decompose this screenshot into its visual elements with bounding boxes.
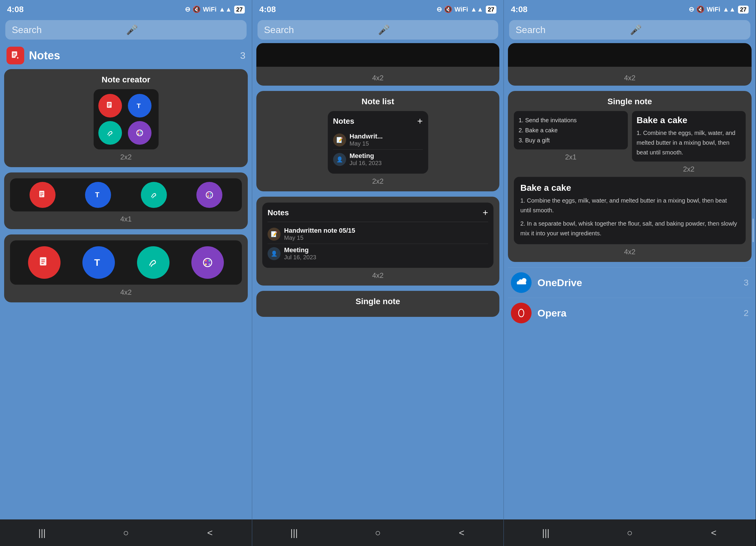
bake-title-lg: Bake a cake — [520, 183, 739, 193]
notes-widget-4x2[interactable]: Notes + 📝 Handwritten note 05/15 May 15 … — [262, 203, 493, 268]
phone-panel-3: 4:08 ⊖ 🔇 WiFi ▲▲ 27 Search 🎤 4x2 Single … — [504, 0, 756, 546]
nav-menu-3[interactable]: ||| — [534, 525, 558, 540]
todo-item-2: 2. Bake a cake — [519, 125, 623, 135]
svg-text:T: T — [95, 191, 100, 199]
bake-card-4x2[interactable]: Bake a cake 1. Combine the eggs, milk, w… — [514, 177, 746, 244]
svg-point-22 — [206, 192, 213, 198]
note-date-2: Jul 16, 2023 — [350, 160, 382, 167]
search-label-1: Search — [12, 25, 126, 35]
label-2x2-bake: 2x2 — [683, 165, 695, 173]
time-3: 4:08 — [511, 5, 527, 14]
nc-palette-icon[interactable] — [128, 121, 151, 145]
svg-rect-28 — [41, 260, 45, 260]
notes-widget-header: Notes + — [333, 116, 423, 127]
panel2-scroll: 4x2 Note list Notes + 📝 Handwrit... May … — [252, 43, 504, 519]
notes-widget-title: Notes — [333, 117, 354, 126]
app-row-opera[interactable]: Opera 2 — [508, 298, 752, 328]
note-date-1: May 15 — [350, 140, 383, 147]
nav-home-3[interactable]: ○ — [618, 525, 641, 540]
search-bar-1[interactable]: Search 🎤 — [5, 20, 247, 40]
notes-title: Notes — [29, 49, 240, 62]
mic-icon-1[interactable]: 🎤 — [126, 24, 240, 35]
nc-text-icon[interactable]: T — [128, 94, 151, 118]
nc-hw-icon-4x2[interactable] — [137, 246, 170, 279]
note-title-lg-1: Handwritten note 05/15 — [284, 227, 355, 234]
nav-back-2[interactable]: < — [450, 525, 473, 540]
single-note-2x2[interactable]: Bake a cake 1. Combine the eggs, milk, w… — [632, 111, 746, 162]
nav-home-2[interactable]: ○ — [366, 525, 390, 540]
widget-note-creator-4x1: T 4x1 — [4, 172, 248, 229]
single-note-2x1[interactable]: 1. Send the invitations 2. Bake a cake 3… — [514, 111, 628, 149]
notes-add-btn-4x2[interactable]: + — [483, 207, 488, 218]
do-not-disturb-icon-3: ⊖ — [689, 6, 694, 13]
svg-point-12 — [137, 130, 143, 136]
nc-notes-icon-4x2[interactable] — [28, 246, 61, 279]
nav-menu-2[interactable]: ||| — [282, 525, 306, 540]
widget-note-list-2x2: Note list Notes + 📝 Handwrit... May 15 👤 — [256, 91, 499, 191]
svg-point-25 — [207, 195, 209, 197]
svg-point-16 — [140, 133, 141, 135]
top-dark-widget-2: 4x2 — [256, 43, 499, 86]
search-label-3: Search — [516, 25, 630, 35]
bottom-nav-1: ||| ○ < — [0, 519, 252, 546]
note-item-2[interactable]: 👤 Meeting Jul 16, 2023 — [333, 150, 423, 169]
todo-list-2x1: 1. Send the invitations 2. Bake a cake 3… — [519, 115, 623, 145]
status-bar-3: 4:08 ⊖ 🔇 WiFi ▲▲ 27 — [504, 0, 756, 18]
panel3-scroll: 4x2 Single note 1. Send the invitations … — [504, 43, 756, 519]
widget-single-note-section: Single note — [256, 291, 499, 317]
wifi-icon: WiFi — [203, 6, 216, 13]
nc-palette-icon-4x1[interactable] — [196, 182, 222, 208]
bake-step-1-text: Combine the eggs, milk, water, and melte… — [637, 130, 736, 156]
widget-single-note-section-3: Single note 1. Send the invitations 2. B… — [508, 91, 752, 262]
nav-back-1[interactable]: < — [198, 525, 222, 540]
svg-rect-30 — [41, 263, 44, 264]
app-row-onedrive[interactable]: OneDrive 3 — [508, 267, 752, 298]
notes-widget-header-4x2: Notes + — [268, 207, 488, 218]
svg-rect-29 — [41, 261, 45, 262]
search-bar-3[interactable]: Search 🎤 — [509, 20, 750, 40]
svg-point-26 — [210, 195, 211, 197]
note-item-lg-2[interactable]: 👤 Meeting Jul 16, 2023 — [268, 244, 488, 263]
panel1-scroll: Notes 3 Note creator T — [0, 43, 252, 519]
top-widget-label-3: 4x2 — [508, 70, 752, 86]
label-2x1: 2x1 — [565, 153, 576, 161]
nav-menu-1[interactable]: ||| — [30, 525, 54, 540]
nc-palette-icon-4x2[interactable] — [191, 246, 224, 279]
nc-notes-icon[interactable] — [98, 94, 122, 118]
signal-icon: ▲▲ — [219, 6, 232, 13]
note-list-section-title: Note list — [262, 97, 493, 106]
divider-4x2 — [268, 222, 488, 222]
search-bar-2[interactable]: Search 🎤 — [258, 20, 498, 40]
nc-row-4x1: T — [10, 178, 242, 211]
onedrive-count: 3 — [744, 278, 749, 288]
nc-notes-icon-4x1[interactable] — [30, 182, 56, 208]
note-title-1: Handwrit... — [350, 133, 383, 140]
nc-hw-icon-4x1[interactable] — [141, 182, 167, 208]
mic-icon-3[interactable]: 🎤 — [630, 24, 744, 35]
svg-point-24 — [210, 193, 211, 195]
svg-rect-6 — [17, 57, 18, 59]
note-item-1[interactable]: 📝 Handwrit... May 15 — [333, 130, 423, 150]
nc-text-icon-4x2[interactable]: T — [82, 246, 115, 279]
onedrive-name: OneDrive — [537, 277, 744, 289]
nc-text-icon-4x1[interactable]: T — [85, 182, 111, 208]
widget-title-nc: Note creator — [10, 75, 242, 84]
mute-icon-2: 🔇 — [444, 6, 452, 13]
mic-icon-2[interactable]: 🎤 — [378, 24, 492, 35]
single-note-title-3: Single note — [514, 97, 746, 106]
widget-note-creator-4x2: T 4x2 — [4, 234, 248, 302]
nav-home-1[interactable]: ○ — [114, 525, 138, 540]
svg-point-15 — [138, 133, 139, 135]
note-item-lg-1[interactable]: 📝 Handwritten note 05/15 May 15 — [268, 224, 488, 244]
note-list-2x2-label: 2x2 — [262, 177, 493, 185]
notes-widget-2x2[interactable]: Notes + 📝 Handwrit... May 15 👤 Meeting J… — [328, 111, 428, 174]
svg-point-35 — [205, 263, 207, 265]
bake-steps-lg: 1. Combine the eggs, milk, water, and me… — [520, 196, 739, 238]
onedrive-icon — [511, 272, 532, 293]
svg-point-32 — [203, 258, 212, 267]
note-title-lg-2: Meeting — [284, 246, 316, 254]
nav-back-3[interactable]: < — [702, 525, 726, 540]
status-bar-1: 4:08 ⊖ 🔇 WiFi ▲▲ 27 — [0, 0, 252, 18]
notes-add-btn[interactable]: + — [417, 116, 423, 127]
nc-handwrite-icon[interactable] — [98, 121, 122, 145]
